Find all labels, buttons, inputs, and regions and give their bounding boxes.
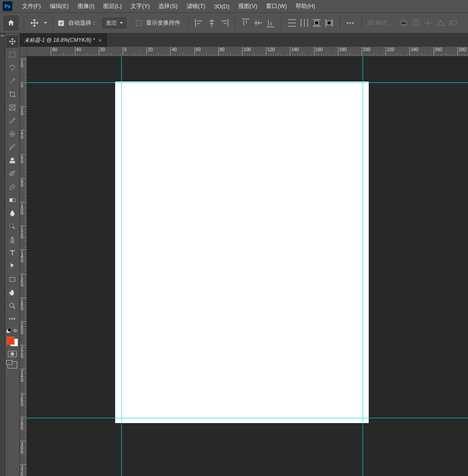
hand-tool[interactable]: [6, 286, 19, 299]
document-tab[interactable]: 未标题-1 @ 18.8%(CMYK/8) * ×: [20, 33, 107, 47]
move-tool[interactable]: [6, 35, 19, 48]
menu-item-8[interactable]: 视图(V): [234, 0, 262, 12]
divider: [52, 16, 53, 30]
distribute-v-center-button[interactable]: [299, 18, 310, 28]
lasso-tool[interactable]: [6, 62, 19, 74]
color-swatches[interactable]: [6, 336, 19, 347]
move-tool-indicator[interactable]: [30, 18, 39, 28]
menu-item-7[interactable]: 3D(D): [210, 0, 234, 12]
collapsed-panel-column[interactable]: ▸▸: [0, 33, 5, 476]
canvas-viewport[interactable]: 6040200204060801001201401601802002202402…: [20, 47, 468, 476]
menu-item-5[interactable]: 选择(S): [154, 0, 182, 12]
quick-mask-button[interactable]: [8, 351, 17, 357]
document-tab-bar: 未标题-1 @ 18.8%(CMYK/8) * ×: [20, 33, 468, 47]
menu-item-10[interactable]: 帮助(H): [291, 0, 319, 12]
crop-tool[interactable]: [6, 88, 19, 100]
guide-horizontal[interactable]: [27, 82, 468, 83]
align-top-button[interactable]: [240, 18, 251, 28]
app-logo[interactable]: Ps: [3, 1, 12, 11]
distribute-top-button[interactable]: [287, 18, 297, 28]
divider: [235, 16, 235, 30]
rectangle-tool[interactable]: [6, 273, 19, 286]
roll-3d-button[interactable]: [411, 18, 421, 28]
swap-colors-icon[interactable]: [13, 328, 18, 333]
expand-panels-icon[interactable]: ▸▸: [1, 34, 4, 37]
magic-wand-tool[interactable]: [6, 75, 19, 87]
blur-tool[interactable]: [6, 207, 19, 219]
document-canvas[interactable]: [115, 82, 369, 423]
menu-bar: Ps 文件(F)编辑(E)图像(I)图层(L)文字(Y)选择(S)滤镜(T)3D…: [0, 0, 468, 12]
foreground-color-swatch[interactable]: [7, 337, 15, 345]
menu-item-6[interactable]: 滤镜(T): [182, 0, 210, 12]
auto-select-label: 自动选择：: [68, 19, 97, 27]
menu-item-2[interactable]: 图像(I): [73, 0, 99, 12]
edit-toolbar-button[interactable]: •••: [6, 313, 19, 325]
mode-3d-label: 3D 模式：: [367, 19, 393, 27]
brush-tool[interactable]: [6, 141, 19, 153]
marquee-tool[interactable]: [6, 48, 19, 61]
frame-tool[interactable]: [6, 101, 19, 114]
menu-item-3[interactable]: 图层(L): [99, 0, 126, 12]
default-colors-icon[interactable]: [7, 328, 12, 333]
align-right-button[interactable]: [219, 18, 229, 28]
gradient-tool[interactable]: [6, 194, 19, 206]
healing-brush-tool[interactable]: [6, 128, 19, 140]
options-bar: 自动选择： 图层 显示变换控件 ••• 3D 模式：: [0, 12, 468, 33]
distribute-group: [287, 18, 334, 28]
pen-tool[interactable]: [6, 234, 19, 246]
vertical-ruler[interactable]: 2002040608010012014016018020022024026028…: [20, 56, 27, 476]
svg-rect-13: [8, 328, 11, 331]
horizontal-ruler[interactable]: 6040200204060801001201401601802002202402…: [27, 47, 468, 56]
menu-item-4[interactable]: 文字(Y): [126, 0, 154, 12]
document-tab-title: 未标题-1 @ 18.8%(CMYK/8) *: [24, 37, 95, 44]
menu-item-0[interactable]: 文件(F): [18, 0, 45, 12]
home-icon: [7, 19, 15, 27]
zoom-tool[interactable]: [6, 300, 19, 312]
divider: [281, 16, 281, 30]
more-options-button[interactable]: •••: [345, 18, 356, 28]
auto-select-dropdown[interactable]: 图层: [102, 18, 126, 28]
svg-rect-8: [10, 198, 12, 202]
align-bottom-button[interactable]: [265, 18, 276, 28]
distribute-bottom-button[interactable]: [311, 18, 322, 28]
align-horizontal-group: [194, 18, 229, 28]
zoom-3d-button[interactable]: [448, 18, 458, 28]
ruler-origin-corner[interactable]: [20, 47, 27, 56]
canvas-background[interactable]: [27, 56, 468, 476]
tools-panel: •••: [5, 33, 20, 476]
guide-vertical[interactable]: [121, 56, 122, 476]
app-logo-text: Ps: [4, 4, 10, 9]
align-center-h-button[interactable]: [206, 18, 217, 28]
transform-controls-checkbox[interactable]: [136, 20, 142, 26]
menu-item-1[interactable]: 编辑(E): [45, 0, 73, 12]
eraser-tool[interactable]: [6, 181, 19, 193]
distribute-more-button[interactable]: [324, 18, 334, 28]
auto-select-checkbox[interactable]: [58, 20, 64, 26]
document-area: 未标题-1 @ 18.8%(CMYK/8) * × 60402002040608…: [20, 33, 468, 476]
menu-item-9[interactable]: 窗口(W): [262, 0, 291, 12]
clone-stamp-tool[interactable]: [6, 154, 19, 167]
eyedropper-tool[interactable]: [6, 115, 19, 127]
guide-horizontal[interactable]: [27, 418, 468, 418]
dodge-tool[interactable]: [6, 220, 19, 233]
svg-point-11: [10, 303, 14, 307]
screen-mode-button[interactable]: [7, 361, 17, 368]
auto-select-value: 图层: [106, 19, 117, 27]
orbit-3d-button[interactable]: [398, 18, 409, 28]
close-tab-icon[interactable]: ×: [98, 37, 102, 44]
align-vertical-group: [240, 18, 276, 28]
svg-rect-10: [10, 278, 15, 282]
align-middle-button[interactable]: [253, 18, 263, 28]
divider: [24, 16, 24, 30]
mode-3d-group: [398, 18, 458, 28]
path-selection-tool[interactable]: [6, 260, 19, 272]
history-brush-tool[interactable]: [6, 167, 19, 180]
guide-vertical[interactable]: [363, 56, 363, 476]
slide-3d-button[interactable]: [435, 18, 446, 28]
pan-3d-button[interactable]: [423, 18, 434, 28]
tool-preset-caret-icon[interactable]: [44, 22, 47, 24]
align-left-button[interactable]: [194, 18, 205, 28]
type-tool[interactable]: [6, 247, 19, 259]
divider: [361, 16, 362, 30]
home-button[interactable]: [4, 15, 19, 30]
